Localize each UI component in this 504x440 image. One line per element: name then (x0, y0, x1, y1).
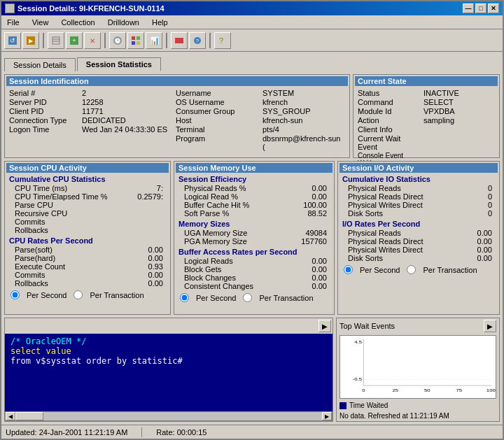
io-rate-label-3: Physical Writes Direct (348, 246, 423, 254)
io-cumul-4: Disk Sorts 0 (340, 209, 498, 218)
value-serial: 2 (82, 89, 173, 97)
io-rate-value-1: 0.00 (477, 229, 492, 237)
toolbar-btn-3[interactable] (48, 32, 64, 49)
buf-rate-label-2: Block Gets (184, 265, 221, 274)
label-empty (9, 134, 79, 151)
memory-use-box: Session Memory Use Session Efficiency Ph… (174, 161, 335, 315)
mem-eff-label-3: Buffer Cache Hit % (184, 201, 249, 209)
value-current-wait (424, 134, 495, 151)
cpu-rate-label-2: Parse(hard) (15, 254, 55, 262)
cpu-rate-2: Parse(hard) 0.00 (6, 254, 169, 262)
legend-label: Time Waited (349, 402, 388, 409)
sql-scrollbar[interactable]: ◀ ▶ (5, 411, 332, 421)
svg-text:-0.5: -0.5 (353, 377, 362, 381)
wait-events-header: Top Wait Events ▶ (337, 318, 499, 334)
bottom-row: ▶ /* OracleOEM */ select value from v$sy… (4, 318, 500, 422)
label-logon-time: Logon Time (9, 125, 79, 134)
cpu-activity-title: Session CPU Activity (6, 163, 169, 173)
mem-eff-4: Soft Parse % 88.52 (176, 209, 332, 218)
io-radio-per-second-label: Per Second (360, 266, 400, 274)
scroll-right-button[interactable]: ▶ (322, 412, 332, 420)
mem-size-label-2: PGA Memory Size (184, 237, 247, 246)
menu-drilldown[interactable]: Drilldown (105, 17, 142, 27)
title-bar: Session Details: 9I-KFRENCH-SUN-0114 — □… (1, 1, 503, 15)
menu-collection[interactable]: Collection (58, 17, 97, 27)
menu-help[interactable]: Help (149, 17, 171, 27)
cpu-radio-per-transaction-label: Per Transaction (90, 291, 144, 299)
svg-text:▶: ▶ (29, 38, 34, 44)
label-command: Command (358, 98, 421, 106)
label-status: Status (358, 89, 421, 97)
cpu-stat-label-3: Parse CPU (15, 201, 53, 209)
label-current-wait: Current Wait Event (358, 134, 421, 151)
buf-rate-3: Block Changes 0.00 (176, 274, 332, 282)
io-rate-3: Physical Writes Direct 0.00 (340, 246, 498, 254)
menu-file[interactable]: File (4, 17, 22, 27)
scroll-left-button[interactable]: ◀ (6, 412, 15, 420)
wait-events-box: Top Wait Events ▶ 4.5 -0.5 (336, 318, 500, 422)
main-window: Session Details: 9I-KFRENCH-SUN-0114 — □… (0, 0, 504, 440)
value-os-username: kfrench (262, 98, 345, 106)
label-consumer-group: Consumer Group (176, 107, 260, 115)
tab-session-details[interactable]: Session Details (4, 58, 76, 71)
toolbar-btn-help[interactable]: ? (214, 32, 231, 49)
close-button[interactable]: ✕ (488, 3, 499, 13)
cpu-stat-label-1: CPU Time (ms) (15, 184, 67, 192)
window-title: Session Details: 9I-KFRENCH-SUN-0114 (18, 4, 164, 13)
sql-expand-button[interactable]: ▶ (318, 320, 331, 332)
toolbar-btn-1[interactable]: ↺ (4, 32, 21, 49)
mem-radio-row: Per Second Per Transaction (176, 290, 332, 305)
session-efficiency-title: Session Efficiency (176, 175, 332, 183)
io-cumul-label-4: Disk Sorts (348, 209, 383, 218)
buf-rate-value-2: 0.00 (312, 265, 327, 274)
toolbar-btn-2[interactable]: ▶ (22, 32, 39, 49)
svg-text:50: 50 (424, 388, 430, 392)
toolbar-btn-4[interactable]: + (66, 32, 83, 49)
toolbar-btn-8[interactable]: 📊 (146, 32, 162, 49)
toolbar-btn-7[interactable] (127, 32, 144, 49)
mem-eff-2: Logical Read % 0.00 (176, 192, 332, 201)
content-area: Session Identification Serial # 2 Userna… (1, 71, 503, 425)
menu-view[interactable]: View (29, 17, 52, 27)
mem-eff-1: Physical Reads % 0.00 (176, 184, 332, 192)
scroll-thumb[interactable] (15, 412, 43, 420)
label-connection-type: Connection Type (9, 116, 79, 125)
mem-eff-value-4: 88.52 (307, 209, 327, 218)
cpu-rate-3: Execute Count 0.93 (6, 262, 169, 271)
io-rate-2: Physical Reads Direct 0.00 (340, 237, 498, 246)
cpu-stat-5: Commits (6, 218, 169, 226)
label-username: Username (176, 89, 260, 97)
buf-rate-4: Consistent Changes 0.00 (176, 282, 332, 290)
cpu-stat-1: CPU Time (ms) 7: (6, 184, 169, 192)
memory-use-title: Session Memory Use (176, 163, 332, 173)
status-rate: Rate: 00:00:15 (156, 428, 206, 437)
cpu-rate-value-2: 0.00 (148, 254, 163, 262)
cpu-radio-per-transaction[interactable] (74, 290, 83, 299)
cpu-rate-value-3: 0.93 (148, 262, 163, 271)
cpu-stat-value-1: 7: (157, 184, 163, 192)
value-module-id: VPXDBA (424, 107, 495, 115)
io-radio-per-transaction[interactable] (407, 265, 416, 274)
toolbar-btn-10[interactable]: ? (189, 32, 206, 49)
io-radio-row: Per Second Per Transaction (340, 262, 498, 277)
cpu-stat-2: CPU Time/Elapsed Time % 0.2579: (6, 192, 169, 201)
value-action: sampling (424, 116, 495, 125)
cpu-radio-per-second[interactable] (10, 290, 20, 299)
io-cumul-value-2: 0 (488, 192, 492, 201)
mem-size-label-1: UGA Memory Size (184, 229, 247, 237)
buf-rate-1: Logical Reads 0.00 (176, 257, 332, 265)
wait-expand-button[interactable]: ▶ (484, 320, 496, 332)
toolbar-btn-6[interactable]: 🕐 (109, 32, 126, 49)
mem-radio-per-transaction[interactable] (243, 293, 252, 302)
toolbar-btn-5[interactable]: ✕ (84, 32, 101, 49)
wait-no-data: No data. Refreshed at 11:21:19 AM (337, 411, 499, 421)
maximize-button[interactable]: □ (475, 3, 486, 13)
scroll-track (15, 412, 322, 420)
toolbar-btn-9[interactable] (171, 32, 188, 49)
tab-session-statistics[interactable]: Session Statistics (77, 57, 161, 71)
mem-radio-per-second[interactable] (180, 293, 189, 302)
minimize-button[interactable]: — (463, 3, 474, 13)
io-radio-per-second[interactable] (344, 265, 353, 274)
sql-header: ▶ (5, 318, 332, 334)
tabs-bar: Session Details Session Statistics (1, 52, 503, 71)
